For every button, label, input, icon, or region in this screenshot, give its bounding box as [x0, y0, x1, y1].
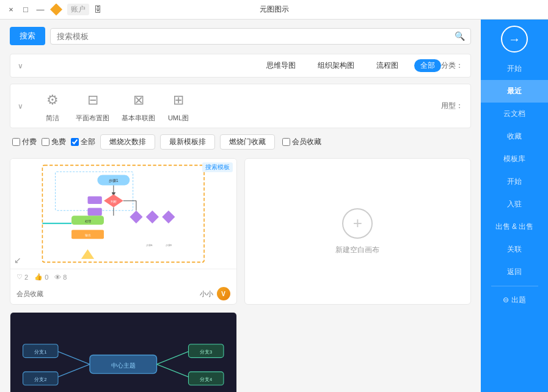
search-input[interactable]: [50, 28, 471, 45]
thumbs-icon: 👍: [34, 273, 43, 281]
new-diagram-card[interactable]: + 新建空白画布: [244, 158, 472, 305]
paid-checkbox[interactable]: [12, 138, 20, 146]
svg-text:输出: 输出: [85, 233, 91, 237]
plus-circle-icon: +: [342, 208, 373, 239]
card-author: 小小: [200, 289, 213, 299]
search-bar: 搜索 🔍: [10, 27, 471, 45]
main-layout: 搜索 🔍 ∨ 思维导图 组织架构图 流程图 全部 分类： ∨ ⚙ 简洁: [0, 20, 548, 392]
window-maximize[interactable]: □: [21, 5, 31, 15]
svg-marker-15: [162, 211, 175, 223]
template-uml[interactable]: ⊞ UML图: [167, 89, 189, 123]
cb-member-collect[interactable]: 会员收藏: [282, 137, 321, 147]
sidebar-item-start[interactable]: 开始: [481, 57, 548, 80]
thumbs-stat: 👍 0: [34, 273, 48, 281]
app-logo: [50, 4, 62, 16]
template-floor-plan[interactable]: ⊟ 平面布置图: [76, 89, 109, 123]
template-type-row: ∨ ⚙ 简洁 ⊟ 平面布置图 ⊠ 基本串联图 ⊞ UML图 用型：: [10, 84, 471, 128]
uml-label: UML图: [168, 114, 189, 123]
app-title: 元图图示: [260, 4, 289, 15]
diagram-preview-1: 步骤1 判断 处理 输出: [10, 159, 236, 269]
search-input-wrap: 🔍: [50, 28, 471, 45]
flowchart-svg: 步骤1 判断 处理 输出: [10, 159, 236, 269]
sort-burn-button[interactable]: 燃烧次数排: [100, 134, 155, 150]
svg-text:处理: 处理: [85, 219, 91, 223]
new-diagram-label: 新建空白画布: [335, 245, 379, 255]
content-area: 搜索 🔍 ∨ 思维导图 组织架构图 流程图 全部 分类： ∨ ⚙ 简洁: [0, 20, 481, 392]
free-checkbox[interactable]: [42, 138, 49, 146]
sidebar-item-begin[interactable]: 开始: [481, 170, 548, 193]
category-options: 思维导图 组织架构图 流程图 全部: [29, 59, 441, 72]
svg-marker-20: [81, 249, 94, 259]
svg-rect-8: [88, 208, 102, 216]
chevron-down-icon[interactable]: ∨: [18, 62, 23, 70]
uml-icon: ⊞: [167, 89, 189, 111]
basic-serial-icon: ⊠: [128, 89, 150, 111]
diagram-card-1[interactable]: 步骤1 判断 处理 输出: [10, 158, 237, 305]
svg-rect-7: [88, 196, 102, 204]
sidebar-item-recent[interactable]: 最近: [481, 80, 548, 103]
svg-text:步骤B: 步骤B: [166, 244, 172, 247]
mindmap-svg: 中心主题 分支1 分支2 分支3 分支4: [10, 313, 236, 392]
diagram-card-3[interactable]: 中心主题 分支1 分支2 分支3 分支4: [10, 312, 237, 392]
svg-text:分支3: 分支3: [200, 349, 212, 355]
sidebar-item-link[interactable]: 关联: [481, 238, 548, 261]
svg-marker-14: [146, 211, 159, 223]
svg-marker-13: [130, 211, 142, 223]
recommend-badge: 搜索模板: [202, 162, 233, 172]
title-bar-left: × □ — 账户 🗄: [6, 4, 102, 16]
search-icon: 🔍: [455, 31, 465, 41]
svg-text:分支2: 分支2: [34, 377, 46, 382]
svg-text:分支4: 分支4: [200, 377, 212, 382]
sort-collect-button[interactable]: 燃烧门收藏: [220, 134, 275, 150]
heart-icon: ♡: [16, 273, 23, 281]
category-option-all[interactable]: 全部: [414, 59, 441, 72]
template-simple[interactable]: ⚙ 简洁: [42, 89, 64, 123]
sidebar-item-sell[interactable]: 出售 & 出售: [481, 216, 548, 238]
likes-stat: ♡ 2: [16, 273, 28, 281]
window-close[interactable]: ×: [6, 5, 16, 15]
search-button[interactable]: 搜索: [10, 27, 45, 45]
template-basic-serial[interactable]: ⊠ 基本串联图: [122, 89, 155, 123]
category-filter-row: ∨ 思维导图 组织架构图 流程图 全部 分类：: [10, 54, 471, 78]
category-option-mindmap[interactable]: 思维导图: [260, 59, 302, 72]
sidebar-item-collect[interactable]: 收藏: [481, 125, 548, 148]
all-checkbox[interactable]: [71, 138, 79, 146]
type-chevron-icon[interactable]: ∨: [18, 102, 23, 111]
svg-text:分支1: 分支1: [34, 349, 46, 355]
sidebar-divider: [491, 286, 538, 286]
save-button[interactable]: 🗄: [94, 5, 102, 14]
diagram-grid: 步骤1 判断 处理 输出: [10, 158, 471, 392]
sidebar-arrow-button[interactable]: →: [501, 26, 528, 53]
cb-all[interactable]: 全部: [71, 137, 95, 147]
vip-badge: V: [217, 287, 230, 300]
account-text: 账户: [67, 4, 89, 15]
card-footer-bottom-1: 会员收藏 小小 V: [10, 285, 236, 304]
simple-label: 简洁: [46, 114, 59, 123]
svg-text:判断: 判断: [111, 200, 117, 203]
sidebar-item-back[interactable]: 返回: [481, 261, 548, 283]
likes-count: 2: [24, 274, 28, 281]
basic-serial-label: 基本串联图: [122, 114, 155, 123]
card-footer-1: ♡ 2 👍 0 👁 8: [10, 269, 236, 285]
sidebar-item-templates[interactable]: 模板库: [481, 148, 548, 170]
diagram-preview-3: 中心主题 分支1 分支2 分支3 分支4: [10, 313, 236, 392]
simple-icon: ⚙: [42, 89, 64, 111]
cb-free[interactable]: 免费: [42, 137, 66, 147]
cb-paid[interactable]: 付费: [12, 137, 37, 147]
category-option-orgchart[interactable]: 组织架构图: [312, 59, 360, 72]
sidebar-item-exit[interactable]: ⊖ 出题: [481, 289, 548, 311]
floor-plan-label: 平面布置图: [76, 114, 109, 123]
title-bar: × □ — 账户 🗄 元图图示: [0, 0, 548, 20]
svg-text:中心主题: 中心主题: [111, 362, 136, 369]
sidebar-item-cloud[interactable]: 云文档: [481, 103, 548, 125]
views-count: 8: [63, 274, 67, 281]
category-option-flowchart[interactable]: 流程图: [370, 59, 404, 72]
member-collect-checkbox[interactable]: [282, 138, 290, 146]
svg-text:步骤1: 步骤1: [109, 178, 119, 183]
floor-plan-icon: ⊟: [82, 89, 104, 111]
expand-icon[interactable]: ↙: [14, 255, 21, 265]
sidebar-item-join[interactable]: 入驻: [481, 193, 548, 216]
window-minimize[interactable]: —: [35, 5, 45, 15]
card-stats-1: ♡ 2 👍 0 👁 8: [16, 273, 67, 281]
sort-latest-button[interactable]: 最新模板排: [160, 134, 215, 150]
